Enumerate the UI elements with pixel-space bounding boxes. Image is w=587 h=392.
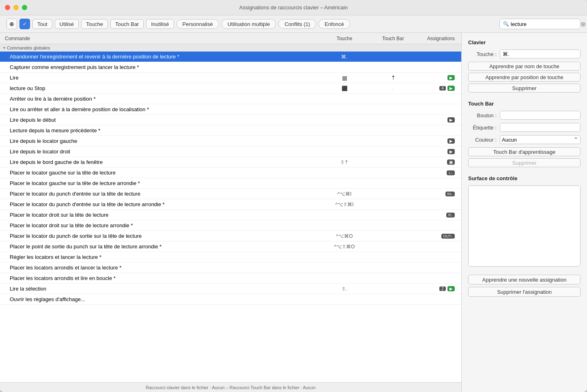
search-clear-button[interactable]: ⊗ xyxy=(581,20,586,28)
filter-touche-button[interactable]: Touche xyxy=(81,19,108,29)
table-row[interactable]: Régler les locators et lancer la lecture… xyxy=(0,252,461,263)
table-row[interactable]: Lire ▦ ⇡ ▶ xyxy=(0,73,461,83)
row-commande: Placer le point de sortie du punch sur l… xyxy=(3,243,320,250)
table-row[interactable]: Abandonner l'enregistrement et revenir à… xyxy=(0,52,461,62)
row-touche: ⇧. xyxy=(320,286,369,292)
etiquette-input[interactable] xyxy=(500,123,581,132)
search-box: 🔍 ⊗ xyxy=(499,19,581,29)
table-row[interactable]: Capturer comme enregistrement puis lance… xyxy=(0,62,461,73)
close-button[interactable] xyxy=(5,5,10,10)
row-touche: ⌘. xyxy=(320,54,369,60)
row-touchbar: . xyxy=(369,86,417,91)
bouton-input[interactable] xyxy=(500,111,581,120)
filter-tout-button[interactable]: Tout xyxy=(32,19,52,29)
row-commande: Placer le locator gauche sur la tête de … xyxy=(3,180,320,186)
assign-play-dark2: ▶ xyxy=(447,138,455,144)
row-touche: ^⌥⇧⌘I xyxy=(320,202,369,207)
minimize-button[interactable] xyxy=(13,5,19,10)
table-row[interactable]: Arrêter ou lire à la dernière position * xyxy=(0,94,461,104)
apprendre-assignation-button[interactable]: Apprendre une nouvelle assignation xyxy=(468,275,581,284)
section-label: Commandes globales xyxy=(7,45,50,50)
table-row[interactable]: Placer le locator du punch d'entrée sur … xyxy=(0,189,461,199)
table-row[interactable]: Lire ou arrêter et aller à la dernière p… xyxy=(0,104,461,115)
touchbar-learning-button[interactable]: Touch Bar d'apprentissage xyxy=(468,147,581,156)
toolbar: ⊕ ✓ Tout Utilisé Touche Touch Bar Inutil… xyxy=(0,15,587,33)
table-row[interactable]: Lire depuis le bord gauche de la fenêtre… xyxy=(0,157,461,168)
row-assign: ▶ xyxy=(417,149,458,154)
table-row[interactable]: Lecture depuis la mesure précédente * xyxy=(0,125,461,136)
assign-play-green2: ▶ xyxy=(447,286,455,291)
apprendre-nom-button[interactable]: Apprendre par nom de touche xyxy=(468,62,581,71)
maximize-button[interactable] xyxy=(22,5,27,10)
bouton-label: Bouton : xyxy=(468,112,497,118)
content-area: Commande Touche Touch Bar Assignations ▾… xyxy=(0,33,587,392)
supprimer-assignation-button[interactable]: Supprimer l'assignation xyxy=(468,287,581,297)
table-row[interactable]: Placer le locator droit sur la tête de l… xyxy=(0,210,461,220)
filter-conflits-button[interactable]: Conflits (1) xyxy=(278,19,316,29)
assign-play-dark3: ▶ xyxy=(447,149,455,154)
apprendre-pos-button[interactable]: Apprendre par position de touche xyxy=(468,73,581,82)
table-row[interactable]: Placer le locator gauche sur la tête de … xyxy=(0,178,461,189)
couleur-select[interactable]: Aucun ⌃ xyxy=(500,135,581,144)
assign-r-dark: R↓ xyxy=(446,213,455,218)
supprimer-touchbar-button[interactable]: Supprimer xyxy=(468,158,581,167)
filter-inutilise-button[interactable]: Inutilisé xyxy=(146,19,174,29)
table-header: Commande Touche Touch Bar Assignations xyxy=(0,33,461,44)
table-row[interactable]: Lire depuis le début ▶ xyxy=(0,115,461,125)
table-row[interactable]: Placer les locators arrondis et lancer l… xyxy=(0,263,461,273)
filter-personnalise-button[interactable]: Personnalisé xyxy=(176,19,219,29)
row-commande: Placer le locator du punch d'entrée sur … xyxy=(3,201,320,207)
row-touche: ▦ xyxy=(320,75,369,81)
filter-touchbar-button[interactable]: Touch Bar xyxy=(110,19,144,29)
row-assign: L↓ xyxy=(417,170,458,175)
table-row[interactable]: Placer les locators arrondis et lire en … xyxy=(0,273,461,284)
row-commande: Lire xyxy=(3,75,320,81)
table-row[interactable]: Placer le locator du punch d'entrée sur … xyxy=(0,199,461,210)
table-row[interactable]: Lire depuis le locator gauche ▶ xyxy=(0,136,461,146)
filter-check-icon[interactable]: ✓ xyxy=(19,19,30,29)
surface-section: Surface de contrôle xyxy=(468,175,581,267)
search-icon: 🔍 xyxy=(503,21,509,27)
table-row[interactable]: Lire la sélection ⇧. 2 ▶ xyxy=(0,284,461,294)
row-commande: Placer le locator droit sur la tête de l… xyxy=(3,222,320,228)
row-assign: ▣ xyxy=(417,159,458,165)
assign-out-dark: OUT↓ xyxy=(441,234,455,239)
assign-play-dark: ▶ xyxy=(447,117,455,123)
right-panel: Clavier Touche : Apprendre par nom de to… xyxy=(461,33,587,392)
row-commande: Placer les locators arrondis et lire en … xyxy=(3,275,320,281)
assign-tb-dark: ▣ xyxy=(447,159,455,165)
row-commande: Lire depuis le locator droit xyxy=(3,149,320,155)
row-touche: ⇧⇡ xyxy=(320,159,369,165)
plus-circle-icon: ⊕ xyxy=(9,21,14,27)
assign-play-button: ▶ xyxy=(447,75,455,80)
touche-input[interactable] xyxy=(500,50,581,58)
table-row[interactable]: Placer le point de sortie du punch sur l… xyxy=(0,241,461,252)
col-header-commande: Commande xyxy=(3,36,320,41)
row-touche: ^⌥⇧⌘O xyxy=(320,244,369,250)
row-commande: Lire depuis le locator gauche xyxy=(3,138,320,144)
search-input[interactable] xyxy=(511,21,579,27)
bottom-buttons: Apprendre une nouvelle assignation Suppr… xyxy=(468,275,581,297)
row-assign: IN↓ xyxy=(417,192,458,196)
main-panel: Commande Touche Touch Bar Assignations ▾… xyxy=(0,33,461,392)
col-header-assignations: Assignations xyxy=(417,36,458,41)
section-header-global: ▾ Commandes globales xyxy=(0,44,461,52)
table-row[interactable]: lecture ou Stop ⬛ . 4 ▶ xyxy=(0,83,461,94)
table-row[interactable]: Placer le locator gauche sur la tête de … xyxy=(0,168,461,178)
triangle-icon: ▾ xyxy=(3,46,5,50)
filter-utilisation-multiple-button[interactable]: Utilisation multiple xyxy=(221,19,276,29)
table-row[interactable]: Placer le locator du punch de sortie sur… xyxy=(0,231,461,241)
supprimer-clavier-button[interactable]: Supprimer xyxy=(468,84,581,93)
table-row[interactable]: Placer le locator droit sur la tête de l… xyxy=(0,220,461,231)
row-assign: R↓ xyxy=(417,213,458,218)
row-touche: ⬛ xyxy=(320,86,369,91)
filter-utilise-button[interactable]: Utilisé xyxy=(55,19,79,29)
table-row[interactable]: Ouvrir les réglages d'affichage... xyxy=(0,294,461,305)
table-row[interactable]: Lire depuis le locator droit ▶ xyxy=(0,146,461,157)
filter-enfonce-button[interactable]: Enfoncé xyxy=(318,19,350,29)
etiquette-label: Étiquette : xyxy=(468,125,497,131)
row-commande: Placer le locator gauche sur la tête de … xyxy=(3,170,320,176)
surface-title: Surface de contrôle xyxy=(468,175,581,181)
add-icon[interactable]: ⊕ xyxy=(6,19,17,29)
touchbar-title: Touch Bar xyxy=(468,101,581,107)
